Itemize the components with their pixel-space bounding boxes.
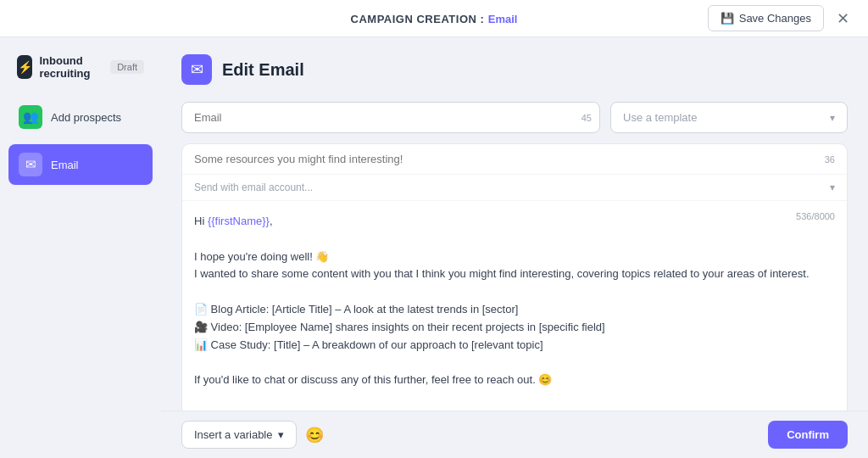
layout: ⚡ Inbound recruiting Draft 👥 Add prospec…: [0, 0, 868, 458]
campaign-title: CAMPAIGN CREATION : Email: [351, 11, 518, 26]
sidebar-item-label: Add prospects: [51, 111, 121, 124]
top-bar-actions: 💾 Save Changes ✕: [708, 5, 854, 31]
body-line-1: Hi {{firstName}},: [194, 213, 835, 231]
insert-variable-button[interactable]: Insert a variable ▾: [181, 421, 297, 449]
close-button[interactable]: ✕: [831, 7, 854, 31]
email-char-count: 45: [581, 113, 592, 123]
send-placeholder: Send with email account...: [194, 182, 313, 193]
body-line-7: If you'd like to chat or discuss any of …: [194, 371, 835, 389]
chevron-down-icon: ▾: [830, 112, 835, 124]
firstname-variable: {{firstName}}: [208, 215, 270, 227]
confirm-button[interactable]: Confirm: [768, 421, 848, 449]
emoji-button[interactable]: 😊: [305, 426, 324, 444]
subject-row: 36: [182, 144, 847, 175]
sidebar-item-add-prospects[interactable]: 👥 Add prospects: [8, 97, 153, 137]
save-changes-button[interactable]: 💾 Save Changes: [708, 5, 824, 31]
body-line-5: 🎥 Video: [Employee Name] shares insights…: [194, 319, 835, 337]
body-line-3: I wanted to share some content with you …: [194, 265, 835, 283]
dropdown-icon: ▾: [278, 428, 284, 441]
page-header: ✉ Edit Email: [181, 54, 848, 85]
prospects-icon: 👥: [19, 105, 42, 129]
send-chevron-icon: ▾: [830, 182, 835, 193]
email-input-wrapper: 45: [181, 102, 600, 133]
bottom-bar: Insert a variable ▾ 😊 Confirm: [161, 411, 868, 458]
sidebar-item-label: Email: [51, 159, 79, 171]
send-row[interactable]: Send with email account... ▾: [182, 175, 847, 201]
form-row: 45 Use a template ▾: [181, 102, 848, 133]
subject-input[interactable]: [194, 153, 818, 165]
page-title: Edit Email: [222, 60, 304, 80]
main-content: ✉ Edit Email 45 Use a template ▾ 36 Send…: [161, 37, 868, 458]
body-line-4: 📄 Blog Article: [Article Title] – A look…: [194, 301, 835, 319]
subject-char-count: 36: [825, 154, 835, 165]
sidebar-brand: ⚡ Inbound recruiting Draft: [8, 47, 153, 87]
top-bar: CAMPAIGN CREATION : Email 💾 Save Changes…: [0, 0, 868, 37]
email-input[interactable]: [181, 102, 600, 133]
template-select[interactable]: Use a template ▾: [610, 102, 848, 133]
word-count: 536/8000: [796, 209, 835, 225]
save-icon: 💾: [721, 12, 734, 25]
body-line-2: I hope you're doing well! 👋: [194, 249, 835, 266]
body-line-6: 📊 Case Study: [Title] – A breakdown of o…: [194, 337, 835, 355]
sidebar: ⚡ Inbound recruiting Draft 👥 Add prospec…: [0, 37, 161, 458]
email-icon: ✉: [19, 153, 42, 176]
bottom-left: Insert a variable ▾ 😊: [181, 421, 324, 449]
page-header-icon: ✉: [181, 54, 212, 85]
sidebar-item-email[interactable]: ✉ Email: [8, 144, 153, 185]
brand-icon: ⚡: [17, 55, 32, 79]
